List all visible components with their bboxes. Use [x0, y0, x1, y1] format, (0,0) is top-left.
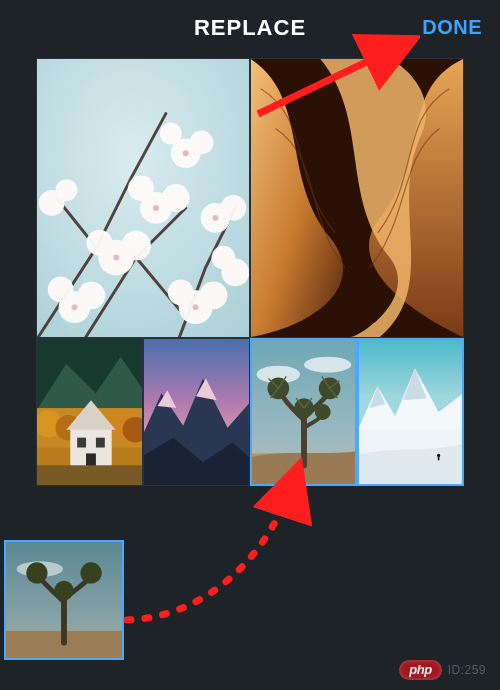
- svg-point-22: [72, 304, 78, 310]
- watermark: php ID:259: [399, 660, 486, 680]
- svg-point-50: [315, 404, 331, 420]
- svg-rect-41: [37, 465, 142, 485]
- svg-point-12: [160, 123, 182, 145]
- watermark-brand: php: [399, 660, 441, 680]
- svg-point-16: [200, 281, 228, 309]
- svg-point-5: [121, 231, 151, 261]
- done-button[interactable]: DONE: [422, 0, 482, 55]
- svg-point-45: [304, 357, 351, 373]
- svg-point-14: [220, 195, 246, 221]
- svg-rect-39: [96, 438, 105, 448]
- svg-rect-62: [438, 456, 440, 460]
- tile-canyon[interactable]: [250, 58, 464, 338]
- svg-point-9: [128, 175, 154, 201]
- svg-point-6: [86, 230, 112, 256]
- svg-point-27: [213, 215, 219, 221]
- svg-point-17: [168, 279, 194, 305]
- svg-point-8: [162, 184, 190, 212]
- header-bar: REPLACE DONE: [0, 0, 500, 55]
- svg-point-66: [26, 562, 47, 583]
- tile-mountain-sunset[interactable]: [143, 338, 250, 486]
- tile-cherry-blossom[interactable]: [36, 58, 250, 338]
- collage-grid: [36, 58, 464, 486]
- svg-point-2: [77, 281, 105, 309]
- svg-point-23: [113, 255, 119, 261]
- svg-point-25: [183, 150, 189, 156]
- svg-point-68: [54, 581, 73, 600]
- watermark-code: ID:259: [448, 663, 486, 677]
- tile-joshua-tree[interactable]: [250, 338, 357, 486]
- svg-point-24: [153, 205, 159, 211]
- svg-point-21: [212, 246, 236, 270]
- svg-point-26: [193, 304, 199, 310]
- svg-point-11: [190, 130, 214, 154]
- source-thumbnail-joshua-tree[interactable]: [4, 540, 124, 660]
- tile-cabin[interactable]: [36, 338, 143, 486]
- svg-point-19: [56, 179, 78, 201]
- svg-point-3: [48, 276, 74, 302]
- tile-snow-peak[interactable]: [357, 338, 464, 486]
- page-title: REPLACE: [194, 15, 306, 41]
- svg-rect-40: [86, 453, 96, 467]
- svg-rect-38: [77, 438, 86, 448]
- svg-point-67: [80, 562, 101, 583]
